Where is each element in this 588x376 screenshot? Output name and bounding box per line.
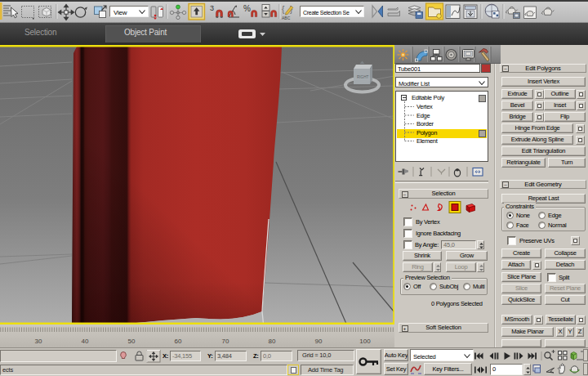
svg-text:3: 3 bbox=[210, 4, 214, 12]
svg-text:70: 70 bbox=[222, 338, 229, 345]
svg-text:40: 40 bbox=[82, 338, 89, 345]
svg-text:90: 90 bbox=[315, 338, 323, 345]
svg-text:RIGHT: RIGHT bbox=[357, 75, 368, 79]
svg-text:100: 100 bbox=[359, 338, 371, 345]
svg-text:30: 30 bbox=[35, 338, 42, 345]
svg-text:80: 80 bbox=[269, 338, 276, 345]
svg-text:60: 60 bbox=[175, 338, 182, 345]
svg-text:%: % bbox=[243, 4, 251, 13]
svg-text:{: { bbox=[282, 5, 285, 14]
svg-text:ABC: ABC bbox=[282, 16, 291, 20]
svg-text:50: 50 bbox=[128, 338, 136, 345]
